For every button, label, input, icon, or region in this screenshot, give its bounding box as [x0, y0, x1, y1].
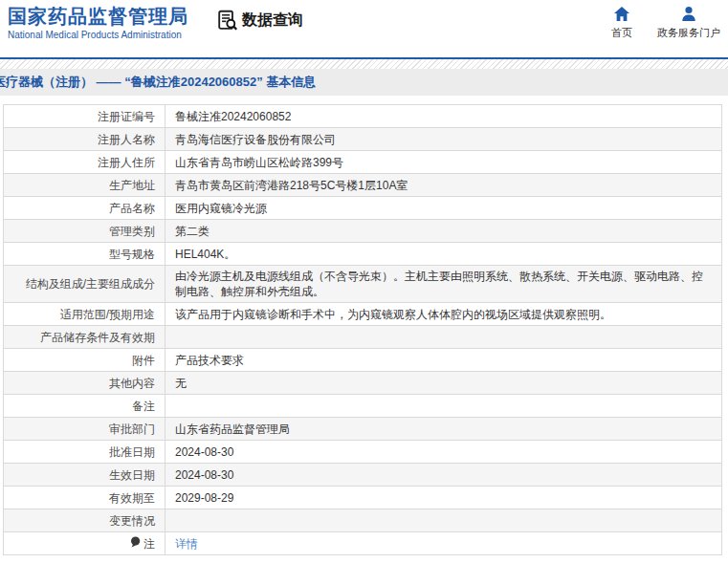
row-label-text: 生产地址: [109, 178, 155, 193]
row-label: 产品名称: [4, 197, 165, 219]
row-label-text: 适用范围/预期用途: [60, 307, 155, 322]
row-value-text: 产品技术要求: [175, 353, 244, 368]
row-value: 产品技术要求: [165, 349, 721, 371]
row-value-text: 第二类: [175, 224, 210, 239]
row-label: 批准日期: [4, 441, 165, 463]
row-label: 有效期至: [4, 487, 165, 509]
table-row: 生产地址青岛市黄岛区前湾港路218号5C号楼1层10A室: [4, 174, 721, 197]
table-row: 附件产品技术要求: [4, 349, 721, 372]
nav-home-label: 首页: [611, 26, 632, 40]
row-value-text: 青岛海信医疗设备股份有限公司: [175, 132, 336, 147]
nav-portal[interactable]: 政务服务门户: [657, 6, 720, 40]
row-value: 青岛市黄岛区前湾港路218号5C号楼1层10A室: [165, 174, 721, 196]
row-value-text: HEL404K。: [175, 247, 235, 262]
table-row: 备注: [4, 395, 721, 418]
row-value: 该产品用于内窥镜诊断和手术中，为内窥镜观察人体体腔内的视场区域提供观察照明。: [165, 303, 721, 325]
row-value-text: 无: [175, 376, 187, 391]
row-value: [165, 509, 721, 531]
row-value-text: 医用内窥镜冷光源: [175, 201, 267, 216]
row-label: 注: [4, 532, 165, 554]
row-value-text: 青岛市黄岛区前湾港路218号5C号楼1层10A室: [175, 178, 408, 193]
table-row: 适用范围/预期用途该产品用于内窥镜诊断和手术中，为内窥镜观察人体体腔内的视场区域…: [4, 303, 721, 326]
row-label-text: 其他内容: [109, 376, 155, 391]
row-label: 生产地址: [4, 174, 165, 196]
person-icon: [680, 6, 697, 22]
table-row: 注册人名称青岛海信医疗设备股份有限公司: [4, 128, 721, 151]
row-value-text: 山东省药品监督管理局: [175, 422, 290, 437]
nav-data-query[interactable]: 数据查询: [217, 10, 303, 31]
site-title: 国家药品监督管理局: [8, 5, 188, 28]
row-value-text: 2024-08-30: [175, 444, 233, 460]
row-label-text: 型号规格: [109, 247, 155, 262]
row-value-text: 该产品用于内窥镜诊断和手术中，为内窥镜观察人体体腔内的视场区域提供观察照明。: [175, 307, 611, 322]
table-row: 注册证编号鲁械注准20242060852: [4, 105, 721, 128]
row-label-text: 注册人名称: [98, 132, 155, 147]
row-value: 山东省青岛市崂山区松岭路399号: [165, 151, 721, 173]
row-value: 由冷光源主机及电源线组成（不含导光束）。主机主要由照明系统、散热系统、开关电源、…: [165, 266, 721, 302]
row-label-text: 变更情况: [109, 513, 155, 529]
table-row: 注详情: [4, 532, 721, 555]
row-value-text: 2024-08-30: [175, 467, 233, 483]
site-subtitle: National Medical Products Administration: [8, 29, 188, 42]
row-value: 青岛海信医疗设备股份有限公司: [165, 128, 721, 150]
row-value: 第二类: [165, 220, 721, 242]
row-label-text: 生效日期: [109, 467, 155, 483]
row-value-text: 2029-08-29: [175, 490, 233, 506]
site-header: 国家药品监督管理局 National Medical Products Admi…: [0, 0, 728, 57]
breadcrumb: 医疗器械（注册） —— “鲁械注准20242060852” 基本信息: [0, 69, 728, 96]
row-value: 山东省药品监督管理局: [165, 418, 721, 440]
row-label-text: 管理类别: [109, 224, 155, 239]
row-label-text: 审批部门: [109, 422, 155, 437]
row-value: HEL404K。: [165, 243, 721, 265]
table-row: 产品储存条件及有效期: [4, 326, 721, 349]
table-row: 变更情况: [4, 509, 721, 532]
row-value: 医用内窥镜冷光源: [165, 197, 721, 219]
row-label: 管理类别: [4, 220, 165, 242]
nav-data-query-label: 数据查询: [242, 11, 303, 31]
row-label: 审批部门: [4, 418, 165, 440]
row-label: 注册人住所: [4, 151, 165, 173]
nav-home[interactable]: 首页: [611, 6, 632, 40]
row-label: 产品储存条件及有效期: [4, 326, 165, 348]
table-row: 有效期至2029-08-29: [4, 487, 721, 509]
row-value: 2024-08-30: [165, 441, 721, 463]
row-label-text: 有效期至: [109, 490, 155, 506]
detail-link[interactable]: 详情: [175, 536, 198, 552]
row-label: 变更情况: [4, 509, 165, 531]
row-label: 结构及组成/主要组成成分: [4, 266, 165, 302]
table-row: 注册人住所山东省青岛市崂山区松岭路399号: [4, 151, 721, 174]
row-label-text: 备注: [132, 399, 155, 414]
document-search-icon: [217, 10, 238, 31]
row-label-text: 产品储存条件及有效期: [40, 330, 155, 345]
row-label: 备注: [4, 395, 165, 417]
row-label-text: 注: [143, 536, 155, 552]
row-value-text: 由冷光源主机及电源线组成（不含导光束）。主机主要由照明系统、散热系统、开关电源、…: [175, 269, 712, 299]
table-row: 结构及组成/主要组成成分由冷光源主机及电源线组成（不含导光束）。主机主要由照明系…: [4, 266, 721, 303]
table-row: 型号规格HEL404K。: [4, 243, 721, 266]
row-value: 2024-08-30: [165, 464, 721, 486]
row-value: 无: [165, 372, 721, 394]
row-label: 适用范围/预期用途: [4, 303, 165, 325]
info-table: 注册证编号鲁械注准20242060852注册人名称青岛海信医疗设备股份有限公司注…: [3, 104, 722, 555]
table-row: 管理类别第二类: [4, 220, 721, 243]
row-label: 注册证编号: [4, 105, 165, 127]
row-label-text: 注册人住所: [98, 155, 155, 170]
row-value: 详情: [165, 532, 721, 554]
row-value: [165, 326, 721, 348]
nav-portal-label: 政务服务门户: [657, 26, 720, 40]
hatched-band: [0, 59, 728, 69]
comment-bubble-icon: [130, 536, 141, 552]
row-value: 鲁械注准20242060852: [165, 105, 721, 127]
row-label-text: 批准日期: [109, 444, 155, 460]
row-label: 型号规格: [4, 243, 165, 265]
home-icon: [613, 6, 630, 22]
table-row: 批准日期2024-08-30: [4, 441, 721, 464]
row-label: 其他内容: [4, 372, 165, 394]
table-row: 产品名称医用内窥镜冷光源: [4, 197, 721, 220]
site-logo-link[interactable]: 国家药品监督管理局 National Medical Products Admi…: [0, 0, 188, 42]
row-label: 附件: [4, 349, 165, 371]
row-label: 注册人名称: [4, 128, 165, 150]
table-row: 其他内容无: [4, 372, 721, 395]
row-value-text: 山东省青岛市崂山区松岭路399号: [175, 155, 343, 170]
row-label-text: 注册证编号: [98, 109, 155, 124]
